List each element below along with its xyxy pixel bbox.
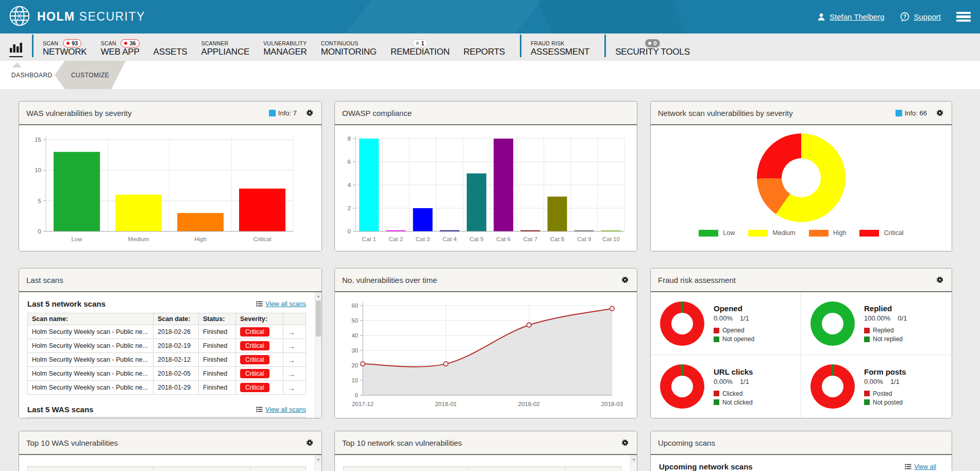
nav-item-small-label: SCAN <box>100 40 116 46</box>
widget-header: No. vulnerabilities over time <box>335 268 637 292</box>
scan-status: Finished <box>199 381 236 395</box>
scroll-up-arrow[interactable]: ▲ <box>315 455 322 462</box>
scan-status: Finished <box>199 367 236 381</box>
scan-table-row[interactable]: Holm Security Weekly scan - Public ne...… <box>28 339 306 353</box>
was-severity-chart: 051015LowMediumHighCritical <box>19 125 322 251</box>
svg-text:Cat 3: Cat 3 <box>416 236 430 242</box>
header-actions: Stefan Thelberg ? Support <box>817 0 971 33</box>
svg-text:Cat 5: Cat 5 <box>469 236 484 242</box>
brand-logo[interactable]: HOLM SECURITY <box>8 0 145 33</box>
svg-text:2017-12: 2017-12 <box>352 401 374 407</box>
scan-status: Finished <box>199 353 236 367</box>
widget-top10-was-vulnerabilities: Top 10 WAS vulnerabilities ▲ <box>19 431 322 471</box>
nav-item-manager[interactable]: VULNERABILITYMANAGER <box>263 39 307 57</box>
badge-dot <box>416 42 419 45</box>
gear-icon[interactable] <box>935 275 944 284</box>
fraud-cell-url-clicks: URL clicks0.00%1/1ClickedNot clicked <box>651 355 801 418</box>
widget-header: WAS vulnerabilities by severity Info: 7 <box>19 102 322 125</box>
nav-item-assessment[interactable]: FRAUD RISKASSESSMENT <box>531 39 589 57</box>
fraud-legend-item: Replied <box>864 327 907 334</box>
tab-customize[interactable]: CUSTOMIZE <box>55 61 126 89</box>
scroll-up-arrow[interactable]: ▲ <box>315 292 322 299</box>
top-header: HOLM SECURITY Stefan Thelberg ? Support <box>0 0 980 33</box>
view-all-scans-link[interactable]: View all scans <box>256 300 306 308</box>
svg-text:8: 8 <box>348 136 351 142</box>
svg-text:2018-01: 2018-01 <box>435 401 457 407</box>
nav-item-appliance[interactable]: SCANNERAPPLIANCE <box>201 39 250 57</box>
svg-text:Medium: Medium <box>128 236 149 242</box>
top10-was-body: ▲ <box>19 455 322 471</box>
gear-icon[interactable] <box>620 438 630 447</box>
scan-table-row[interactable]: Holm Security Weekly scan - Public ne...… <box>28 381 306 395</box>
svg-text:5: 5 <box>38 198 41 204</box>
nav-item-security-tools[interactable]: 0SECURITY TOOLS <box>615 39 690 57</box>
info-swatch <box>269 110 276 116</box>
svg-text:Cat 7: Cat 7 <box>523 236 538 242</box>
list-icon <box>905 464 911 469</box>
scroll-thumb[interactable] <box>316 300 321 337</box>
scan-table-row[interactable]: Holm Security Weekly scan - Public ne...… <box>28 353 306 367</box>
gear-icon[interactable] <box>305 108 314 117</box>
svg-text:Cat 6: Cat 6 <box>496 236 511 242</box>
scrollbar[interactable]: ▲ <box>315 455 322 471</box>
user-menu[interactable]: Stefan Thelberg <box>817 12 884 22</box>
column-header: Scan name: <box>28 313 154 325</box>
top10-network-body: ▲ <box>335 455 637 471</box>
open-scan-arrow[interactable]: → <box>283 381 306 395</box>
gear-icon[interactable] <box>620 275 630 284</box>
nav-separator <box>604 35 606 57</box>
nav-item-monitoring[interactable]: CONTINUOUSMONITORING <box>321 39 377 57</box>
widget-was-vulnerabilities: WAS vulnerabilities by severity Info: 7 … <box>19 101 322 251</box>
svg-text:Critical: Critical <box>253 236 271 242</box>
nav-item-network[interactable]: SCAN93NETWORK <box>43 39 87 57</box>
nav-item-label: REPORTS <box>464 47 505 57</box>
nav-item-reports[interactable]: REPORTS <box>464 39 505 57</box>
widget-title: Top 10 network scan vulnerabilities <box>342 439 462 447</box>
widget-title: No. vulnerabilities over time <box>342 276 437 284</box>
gear-icon[interactable] <box>935 108 944 117</box>
scan-name: Holm Security Weekly scan - Public ne... <box>28 367 154 381</box>
column-header: Scan date: <box>154 313 199 325</box>
support-link[interactable]: ? Support <box>900 12 941 22</box>
view-all-scans-link[interactable]: View all scans <box>256 406 306 413</box>
section-heading: Last 5 WAS scans <box>27 405 93 414</box>
list-icon <box>256 301 263 307</box>
svg-text:Cat 8: Cat 8 <box>550 236 565 242</box>
last-scans-body: Last 5 network scans View all scans Scan… <box>19 292 322 418</box>
hamburger-menu-icon[interactable] <box>956 12 971 22</box>
widget-header: Fraud risk assessment <box>651 268 952 292</box>
scan-severity: Critical <box>236 325 283 339</box>
fraud-metric-title: Form posts <box>864 367 906 376</box>
nav-item-assets[interactable]: ASSETS <box>154 39 188 57</box>
nav-item-small-label: FRAUD RISK <box>531 40 565 46</box>
scrollbar[interactable]: ▲ <box>315 292 322 418</box>
fraud-legend-item: Posted <box>864 390 906 397</box>
fraud-legend-item: Clicked <box>714 390 753 397</box>
scroll-up-arrow[interactable]: ▲ <box>631 455 637 462</box>
scan-date: 2018-02-26 <box>154 325 199 339</box>
info-legend: Info: 7 <box>269 109 297 117</box>
svg-text:Cat 9: Cat 9 <box>577 236 592 242</box>
nav-badge: 1 <box>412 39 428 47</box>
scan-table-row[interactable]: Holm Security Weekly scan - Public ne...… <box>28 367 306 381</box>
legend-swatch <box>809 230 829 237</box>
nav-item-small-label: CONTINUOUS <box>321 40 359 46</box>
scrollbar[interactable]: ▲ <box>630 455 637 471</box>
help-bubble-icon: ? <box>900 12 910 22</box>
open-scan-arrow[interactable]: → <box>283 325 306 339</box>
nav-dashboard-icon[interactable] <box>9 42 23 57</box>
open-scan-arrow[interactable]: → <box>283 353 306 367</box>
gear-icon[interactable] <box>305 438 314 447</box>
scan-severity: Critical <box>236 381 283 395</box>
scan-name: Holm Security Weekly scan - Public ne... <box>28 381 154 395</box>
scan-table-row[interactable]: Holm Security Weekly scan - Public ne...… <box>28 325 306 339</box>
open-scan-arrow[interactable]: → <box>283 367 306 381</box>
nav-item-small-label: SCANNER <box>201 40 229 46</box>
tab-dashboard[interactable]: DASHBOARD <box>11 61 53 89</box>
open-scan-arrow[interactable]: → <box>283 339 306 353</box>
svg-text:15: 15 <box>35 137 41 143</box>
nav-item-remediation[interactable]: 1REMEDIATION <box>391 39 450 57</box>
vulnerabilities-over-time-chart: 01020304050602017-122018-012018-022018-0… <box>335 292 637 418</box>
view-all-link[interactable]: View all <box>905 463 936 470</box>
nav-item-web-app[interactable]: SCAN36WEB APP <box>100 39 139 57</box>
